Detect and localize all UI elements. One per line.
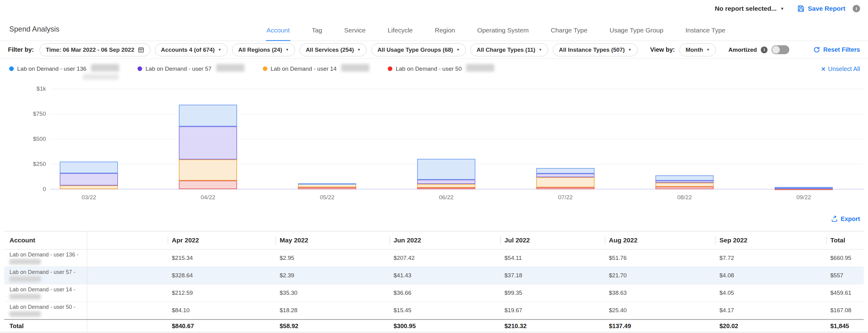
info-icon[interactable]: i: [853, 5, 860, 12]
redacted-account-id: [466, 64, 494, 72]
bar-segment-lab-on-demand-user-136[interactable]: [536, 168, 594, 173]
bar-segment-lab-on-demand-user-14[interactable]: [536, 177, 594, 187]
total-value-cell: $210.32: [500, 320, 605, 332]
amortized-info-icon[interactable]: i: [761, 46, 768, 53]
bar-segment-lab-on-demand-user-14[interactable]: [60, 186, 118, 189]
bar-segment-lab-on-demand-user-14[interactable]: [417, 184, 475, 188]
bar-segment-lab-on-demand-user-136[interactable]: [417, 159, 475, 180]
filter-all-regions-24-[interactable]: All Regions (24)▼: [232, 43, 295, 56]
total-value-cell: $137.49: [605, 320, 715, 332]
bar-segment-lab-on-demand-user-136[interactable]: [179, 105, 237, 126]
export-label: Export: [841, 215, 860, 223]
y-axis-tick-label: $250: [12, 161, 46, 167]
tab-account[interactable]: Account: [266, 27, 290, 41]
account-name: Lab on Demand - user 50 -: [9, 304, 75, 310]
tab-usage-type-group[interactable]: Usage Type Group: [609, 27, 664, 41]
value-cell: $212.59: [168, 284, 276, 301]
tab-service[interactable]: Service: [344, 27, 366, 41]
bar-segment-lab-on-demand-user-14[interactable]: [655, 183, 714, 187]
table-row[interactable]: Lab on Demand - user 50 -$84.10$18.28$15…: [4, 302, 864, 319]
caret-down-icon: ▼: [285, 48, 289, 52]
toggle-knob: [772, 46, 780, 54]
tab-instance-type[interactable]: Instance Type: [685, 27, 726, 41]
tab-lifecycle[interactable]: Lifecycle: [387, 27, 413, 41]
legend-item-2[interactable]: Lab on Demand - user 57: [137, 65, 244, 72]
x-axis-tick-label: 07/22: [544, 194, 587, 201]
spacer-cell: [87, 302, 168, 319]
filter-all-usage-type-groups-68-[interactable]: All Usage Type Groups (68)▼: [371, 43, 466, 56]
bar-segment-lab-on-demand-user-50[interactable]: [179, 180, 237, 189]
account-name: Lab on Demand - user 136 -: [9, 252, 79, 258]
table-row[interactable]: Lab on Demand - user 14 -$212.59$35.30$3…: [4, 284, 864, 302]
legend-item-3[interactable]: Lab on Demand - user 14: [263, 65, 369, 72]
legend-item-4[interactable]: Lab on Demand - user 50: [388, 65, 494, 72]
value-cell: $99.35: [500, 284, 605, 301]
bar-segment-lab-on-demand-user-136[interactable]: [655, 175, 714, 180]
bottom-strip: [0, 331, 868, 333]
bar-segment-lab-on-demand-user-136[interactable]: [298, 183, 356, 185]
bar-segment-lab-on-demand-user-136[interactable]: [775, 187, 833, 188]
amortized-toggle[interactable]: [772, 45, 789, 54]
legend-item-label: Lab on Demand - user 136: [17, 66, 86, 72]
report-selector-dropdown[interactable]: No report selected... ▼: [715, 5, 784, 12]
calendar-icon: [138, 46, 144, 53]
save-report-button[interactable]: Save Report: [797, 5, 845, 12]
bar-segment-lab-on-demand-user-57[interactable]: [60, 173, 118, 185]
bar-segment-lab-on-demand-user-50[interactable]: [298, 187, 356, 189]
redacted-account-id: [9, 259, 41, 264]
bar-segment-lab-on-demand-user-57[interactable]: [179, 126, 237, 160]
account-cell-inner: Lab on Demand - user 136 -: [9, 252, 79, 265]
x-axis-tick-label: 06/22: [425, 194, 468, 201]
value-cell: $25.40: [605, 302, 715, 319]
tab-region[interactable]: Region: [434, 27, 456, 41]
table-row[interactable]: Lab on Demand - user 136 -$215.34$2.95$2…: [4, 249, 864, 267]
export-button[interactable]: Export: [831, 215, 860, 223]
time-range-label: Time: 06 Mar 2022 - 06 Sep 2022: [45, 46, 134, 53]
save-report-label: Save Report: [808, 5, 845, 12]
unselect-all-button[interactable]: ✕ Unselect All: [821, 66, 860, 72]
bar-segment-lab-on-demand-user-14[interactable]: [179, 160, 237, 181]
tab-operating-system[interactable]: Operating System: [476, 27, 529, 41]
legend-dot-icon: [137, 66, 142, 71]
export-row: Export: [831, 215, 860, 223]
value-cell: $557: [826, 267, 864, 284]
tab-charge-type[interactable]: Charge Type: [550, 27, 588, 41]
unselect-all-label: Unselect All: [828, 66, 860, 72]
value-cell: $2.39: [276, 267, 390, 284]
filter-pill-label: All Usage Type Groups (68): [377, 46, 453, 53]
filter-all-charge-types-11-[interactable]: All Charge Types (11)▼: [470, 43, 548, 56]
view-by-dropdown[interactable]: Month ▼: [679, 43, 716, 56]
filter-all-instance-types-507-[interactable]: All Instance Types (507)▼: [553, 43, 638, 56]
filter-all-services-254-[interactable]: All Services (254)▼: [300, 43, 367, 56]
caret-down-icon: ▼: [358, 48, 361, 52]
bar-segment-lab-on-demand-user-57[interactable]: [417, 180, 475, 184]
filter-accounts-4-of-674-[interactable]: Accounts 4 (of 674)▼: [155, 43, 227, 56]
account-cell-inner: Lab on Demand - user 57 -: [9, 269, 75, 282]
bar-segment-lab-on-demand-user-50[interactable]: [655, 187, 714, 189]
table-row[interactable]: Lab on Demand - user 57 -$328.64$2.39$41…: [4, 267, 864, 284]
bar-segment-lab-on-demand-user-136[interactable]: [60, 162, 118, 173]
page-title: Spend Analysis: [9, 25, 59, 33]
y-axis-tick-label: 0: [12, 186, 46, 193]
tab-tag[interactable]: Tag: [311, 27, 323, 41]
gridline: [51, 114, 864, 114]
tab-bar: AccountTagServiceLifecycleRegionOperatin…: [266, 27, 726, 41]
reset-filters-button[interactable]: Reset Filters: [813, 46, 860, 53]
value-cell: $38.63: [605, 284, 715, 301]
bar-segment-lab-on-demand-user-50[interactable]: [536, 187, 594, 189]
filter-pill-label: All Charge Types (11): [476, 46, 535, 53]
legend-item-1[interactable]: Lab on Demand - user 136: [9, 65, 119, 72]
gridline: [51, 139, 864, 139]
bar-segment-lab-on-demand-user-57[interactable]: [655, 180, 714, 183]
value-cell: $328.64: [168, 267, 276, 284]
redacted-account-id: [216, 64, 244, 72]
total-value-cell: $20.02: [715, 320, 826, 332]
time-range-filter[interactable]: Time: 06 Mar 2022 - 06 Sep 2022: [39, 43, 150, 56]
spend-table: AccountApr 2022May 2022Jun 2022Jul 2022A…: [4, 231, 864, 332]
amortized-label: Amortized: [728, 46, 757, 53]
value-cell: $51.76: [605, 249, 715, 267]
total-value-cell: $58.92: [276, 320, 390, 332]
x-axis-tick-label: 08/22: [663, 194, 706, 201]
bar-segment-lab-on-demand-user-50[interactable]: [417, 188, 475, 189]
bar-segment-lab-on-demand-user-57[interactable]: [536, 173, 594, 177]
